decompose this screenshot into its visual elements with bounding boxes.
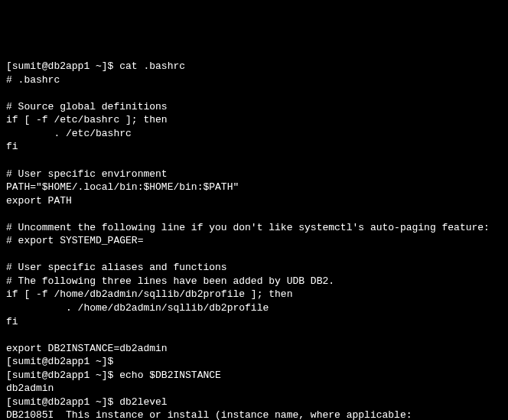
terminal-line: [sumit@db2app1 ~]$ cat .bashrc — [6, 60, 502, 73]
terminal-line — [6, 328, 502, 342]
terminal-line: # User specific aliases and functions — [6, 261, 502, 275]
terminal-line: export PATH — [6, 194, 502, 208]
terminal-line: if [ -f /home/db2admin/sqllib/db2profile… — [6, 288, 502, 301]
terminal-line — [6, 154, 502, 168]
terminal-line: # Source global definitions — [6, 100, 502, 114]
terminal-line: [sumit@db2app1 ~]$ — [6, 355, 502, 369]
terminal-line: fi — [6, 140, 502, 154]
terminal-line: . /etc/bashrc — [6, 127, 502, 141]
terminal-line: db2admin — [6, 382, 502, 396]
terminal-line: # .bashrc — [6, 73, 502, 87]
terminal-line: fi — [6, 315, 502, 329]
terminal-line: # The following three lines have been ad… — [6, 275, 502, 288]
terminal-line — [6, 207, 502, 221]
terminal-line — [6, 86, 502, 100]
terminal-line — [6, 248, 502, 262]
terminal-window[interactable]: [sumit@db2app1 ~]$ cat .bashrc# .bashrc … — [6, 60, 502, 420]
terminal-line: . /home/db2admin/sqllib/db2profile — [6, 301, 502, 315]
terminal-line: DB21085I This instance or install (insta… — [6, 409, 502, 420]
terminal-line: [sumit@db2app1 ~]$ db2level — [6, 396, 502, 409]
terminal-line: # Uncomment the following line if you do… — [6, 221, 502, 235]
terminal-line: export DB2INSTANCE=db2admin — [6, 342, 502, 356]
terminal-line: if [ -f /etc/bashrc ]; then — [6, 113, 502, 127]
terminal-line: # export SYSTEMD_PAGER= — [6, 234, 502, 248]
terminal-line: [sumit@db2app1 ~]$ echo $DB2INSTANCE — [6, 369, 502, 383]
terminal-line: # User specific environment — [6, 168, 502, 181]
terminal-line: PATH="$HOME/.local/bin:$HOME/bin:$PATH" — [6, 181, 502, 194]
